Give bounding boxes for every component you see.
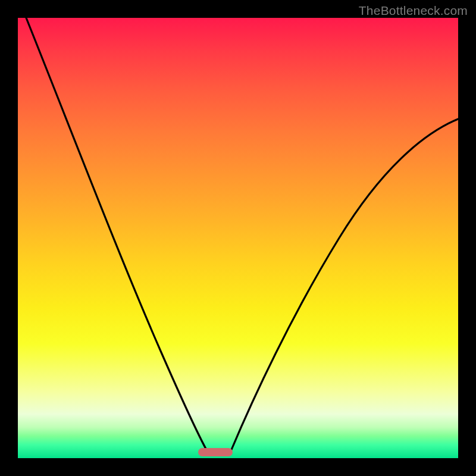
left-branch-curve [26, 18, 207, 451]
outer-frame: TheBottleneck.com [0, 0, 476, 476]
right-branch-curve [231, 119, 458, 451]
gradient-plot-area [18, 18, 458, 458]
minimum-marker [198, 448, 233, 456]
curve-layer [18, 18, 458, 458]
watermark-text: TheBottleneck.com [359, 4, 468, 18]
